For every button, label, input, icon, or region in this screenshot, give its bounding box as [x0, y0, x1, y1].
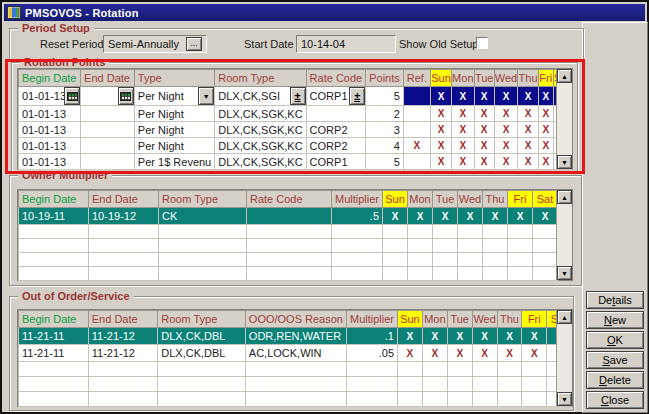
empty-row[interactable] [19, 392, 572, 407]
cell-multiplier[interactable]: .05 [346, 345, 397, 362]
cell-begin-date[interactable] [19, 239, 89, 253]
day-cell[interactable] [383, 253, 408, 267]
day-cell[interactable] [458, 225, 483, 239]
cell-rate-code[interactable] [247, 239, 332, 253]
day-cell[interactable] [522, 392, 547, 407]
cell-rate-code[interactable]: CORP1± [306, 87, 366, 106]
empty-row[interactable] [19, 225, 558, 239]
cell-rate-code[interactable]: CORP1 [306, 154, 366, 170]
day-cell[interactable]: X [522, 345, 547, 362]
day-cell[interactable]: X [433, 208, 458, 225]
day-cell[interactable] [398, 392, 423, 407]
ok-button[interactable]: OK [586, 331, 644, 349]
cell-room-type[interactable] [159, 253, 247, 267]
cell-begin-date[interactable] [19, 267, 89, 281]
day-cell[interactable] [408, 225, 433, 239]
cell-multiplier[interactable] [332, 267, 383, 281]
cell-rate-code[interactable] [247, 267, 332, 281]
day-cell[interactable]: X [533, 208, 558, 225]
day-cell[interactable]: X [494, 106, 518, 122]
day-cell[interactable]: X [474, 106, 494, 122]
show-old-setup-checkbox[interactable] [476, 37, 488, 49]
day-cell[interactable] [383, 267, 408, 281]
day-cell[interactable]: X [518, 122, 538, 138]
day-cell[interactable]: X [451, 138, 474, 154]
cell-type[interactable]: Per Night▼ [134, 87, 214, 106]
cell-room-type[interactable] [158, 377, 246, 392]
close-button[interactable]: Close [586, 391, 644, 409]
day-cell[interactable]: X [451, 122, 474, 138]
day-cell[interactable]: X [383, 208, 408, 225]
data-row[interactable]: 01-01-13Per NightDLX,CK,SGK,KC2XXXXXXX [19, 106, 572, 122]
scroll-down-button[interactable]: ▼ [557, 266, 572, 280]
day-cell[interactable]: X [430, 122, 451, 138]
day-cell[interactable]: X [458, 208, 483, 225]
day-cell[interactable] [483, 225, 508, 239]
dropdown-arrow-icon-button[interactable]: ▼ [198, 87, 214, 105]
cell-rate-code[interactable]: CORP2 [306, 122, 366, 138]
day-cell[interactable] [447, 377, 472, 392]
cell-room-type[interactable]: DLX,CK,SGI± [215, 87, 306, 106]
cell-end-date[interactable] [81, 122, 135, 138]
day-cell[interactable]: X [422, 345, 447, 362]
day-cell[interactable]: X [538, 154, 553, 170]
day-cell[interactable]: X [474, 87, 494, 106]
cell-type[interactable]: Per 1$ Revenu [134, 154, 214, 170]
cell-points[interactable]: 5 [366, 87, 404, 106]
day-cell[interactable] [472, 392, 497, 407]
cell-room-type[interactable]: DLX,CK,SGK,KC [215, 122, 306, 138]
day-cell[interactable] [522, 362, 547, 377]
new-button[interactable]: New [586, 311, 644, 329]
day-cell[interactable] [398, 362, 423, 377]
day-cell[interactable] [508, 225, 533, 239]
day-cell[interactable] [408, 239, 433, 253]
empty-row[interactable] [19, 253, 558, 267]
day-cell[interactable]: X [494, 87, 518, 106]
details-button[interactable]: Details [586, 291, 644, 309]
cell-end-date[interactable] [81, 87, 135, 106]
day-cell[interactable]: X [494, 138, 518, 154]
day-cell[interactable] [398, 377, 423, 392]
cell-multiplier[interactable]: .5 [332, 208, 383, 225]
day-cell[interactable] [433, 267, 458, 281]
day-cell[interactable] [508, 239, 533, 253]
day-cell[interactable]: X [430, 138, 451, 154]
cell-multiplier[interactable] [346, 362, 397, 377]
data-row[interactable]: 11-21-1111-21-12DLX,CK,DBLAC,LOCK,WIN.05… [19, 345, 572, 362]
cell-begin-date[interactable] [19, 377, 89, 392]
day-cell[interactable] [383, 239, 408, 253]
cell-room-type[interactable]: DLX,CK,DBL [158, 328, 246, 345]
scroll-down-button[interactable]: ▼ [557, 155, 572, 169]
day-cell[interactable]: X [447, 345, 472, 362]
cell-begin-date[interactable]: 01-01-13 [19, 138, 81, 154]
cell-begin-date[interactable]: 01-01-13 [19, 87, 81, 106]
cell-end-date[interactable] [88, 362, 158, 377]
day-cell[interactable] [472, 377, 497, 392]
data-row[interactable]: 01-01-13Per NightDLX,CK,SGK,KCCORP23XXXX… [19, 122, 572, 138]
cell-room-type[interactable] [158, 362, 246, 377]
day-cell[interactable]: X [522, 328, 547, 345]
empty-row[interactable] [19, 267, 558, 281]
cell-multiplier[interactable] [332, 239, 383, 253]
day-cell[interactable]: X [398, 328, 423, 345]
cell-ref[interactable] [403, 106, 430, 122]
day-cell[interactable] [458, 253, 483, 267]
data-row[interactable]: 01-01-13Per 1$ RevenuDLX,CK,SGK,KCCORP15… [19, 154, 572, 170]
day-cell[interactable] [458, 267, 483, 281]
day-cell[interactable]: X [483, 208, 508, 225]
cell-points[interactable]: 4 [366, 138, 404, 154]
cell-room-type[interactable] [159, 239, 247, 253]
cell-multiplier[interactable] [332, 253, 383, 267]
day-cell[interactable]: X [472, 345, 497, 362]
empty-row[interactable] [19, 239, 558, 253]
cell-end-date[interactable] [81, 106, 135, 122]
cell-reason[interactable]: AC,LOCK,WIN [245, 345, 346, 362]
cell-rate-code[interactable] [247, 225, 332, 239]
day-cell[interactable] [508, 267, 533, 281]
scroll-up-button[interactable]: ▲ [557, 190, 572, 204]
vertical-scrollbar[interactable]: ▲▼ [556, 69, 572, 169]
day-cell[interactable]: X [497, 345, 522, 362]
day-cell[interactable] [483, 239, 508, 253]
empty-row[interactable] [19, 362, 572, 377]
cell-points[interactable]: 5 [366, 154, 404, 170]
